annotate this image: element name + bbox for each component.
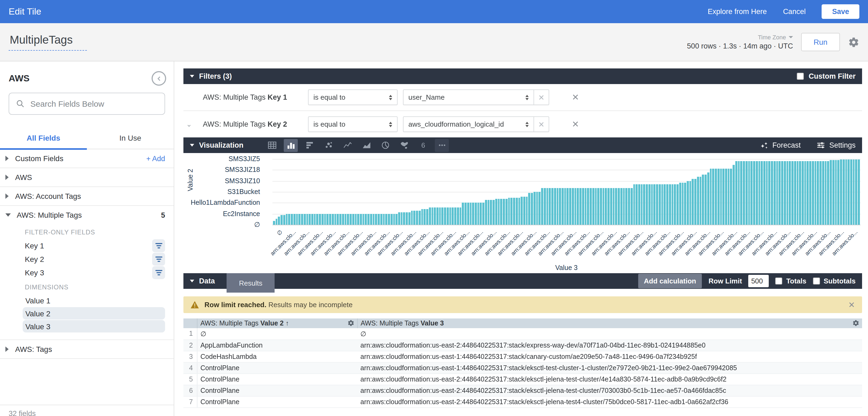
sidebar-section-aws-account-tags[interactable]: AWS: Account Tags	[0, 187, 174, 205]
remove-filter-icon[interactable]: ✕	[572, 119, 579, 129]
chart-bar[interactable]	[498, 199, 500, 225]
chart-bar[interactable]	[715, 169, 717, 225]
chart-bar[interactable]	[717, 169, 719, 225]
chart-bar[interactable]	[332, 214, 334, 225]
chart-bar[interactable]	[467, 202, 469, 225]
chart-bar[interactable]	[587, 188, 589, 225]
chart-bar[interactable]	[845, 160, 847, 225]
chart-bar[interactable]	[636, 184, 638, 225]
chart-bar[interactable]	[595, 188, 597, 225]
tab-all-fields[interactable]: All Fields	[0, 129, 87, 149]
sidebar-section-custom-fields[interactable]: Custom Fields + Add	[0, 149, 174, 168]
filter-by-field-icon[interactable]	[152, 239, 165, 252]
chart-bar[interactable]	[503, 199, 505, 225]
tab-in-use[interactable]: In Use	[87, 129, 174, 149]
viz-type-column-icon[interactable]	[284, 139, 298, 152]
table-row[interactable]: 4ControlPlanearn:aws:cloudformation:us-e…	[183, 362, 862, 374]
chart-bar[interactable]	[625, 188, 627, 225]
table-row[interactable]: 5ControlPlanearn:aws:cloudformation:us-e…	[183, 374, 862, 385]
chart-bar[interactable]	[666, 184, 668, 225]
chart-bar[interactable]	[684, 183, 686, 225]
row-limit-input[interactable]	[748, 275, 769, 287]
viz-type-single-value-icon[interactable]: 6	[416, 139, 430, 152]
chart-bar[interactable]	[694, 179, 696, 225]
chart-bar[interactable]	[723, 169, 724, 225]
column-header-value-3[interactable]: AWS: Multiple Tags Value 3	[357, 318, 862, 328]
chart-bar[interactable]	[763, 161, 765, 225]
chart-bar[interactable]	[651, 184, 653, 225]
chart-bar[interactable]	[827, 161, 829, 225]
chart-bar[interactable]	[771, 161, 773, 225]
chart-bar[interactable]	[671, 184, 673, 225]
chart-bar[interactable]	[299, 214, 301, 225]
chart-bar[interactable]	[814, 161, 816, 225]
chart-bar[interactable]	[485, 200, 487, 225]
chart-bar[interactable]	[406, 212, 408, 225]
chart-bar[interactable]	[638, 184, 640, 225]
chart-bar[interactable]	[577, 188, 579, 225]
chart-bar[interactable]	[792, 161, 793, 225]
chart-bar[interactable]	[549, 188, 551, 225]
filter-by-field-icon[interactable]	[152, 266, 165, 279]
chart-bar[interactable]	[375, 214, 377, 225]
chart-bar[interactable]	[370, 214, 372, 225]
chart-bar[interactable]	[761, 161, 763, 225]
visualization-panel-header[interactable]: Visualization 6 Forecast	[183, 137, 862, 153]
chart-bar[interactable]	[357, 214, 359, 225]
chart-bar[interactable]	[531, 193, 533, 225]
chart-bar[interactable]	[794, 161, 796, 225]
chart-bar[interactable]	[421, 209, 423, 225]
field-value-1[interactable]: Value 1	[23, 294, 165, 307]
filter-value-select[interactable]: aws_cloudformation_logical_id ✕	[403, 116, 549, 132]
chart-bar[interactable]	[539, 192, 540, 225]
chart-bar[interactable]	[618, 188, 620, 225]
viz-type-bar-icon[interactable]	[303, 139, 317, 152]
data-panel-header[interactable]: Data Results Add calculation Row Limit T…	[183, 273, 862, 289]
chart-bar[interactable]	[293, 214, 296, 225]
chart-bar[interactable]	[679, 183, 681, 225]
chart-bar[interactable]	[597, 188, 599, 225]
chart-bar[interactable]	[360, 214, 362, 225]
chart-bar[interactable]	[776, 161, 778, 225]
field-key-3[interactable]: Key 3	[0, 266, 174, 279]
chart-bar[interactable]	[710, 169, 712, 225]
chart-bar[interactable]	[424, 209, 426, 225]
chart-bar[interactable]	[510, 198, 513, 225]
chart-bar[interactable]	[301, 214, 303, 225]
chart-bar[interactable]	[556, 188, 558, 225]
chart-bar[interactable]	[641, 184, 643, 225]
cell-value-2[interactable]: ControlPlane	[197, 374, 357, 385]
filter-operator-select[interactable]: is equal to	[308, 116, 398, 132]
chevron-down-icon[interactable]: ⌄	[186, 120, 192, 128]
field-search-box[interactable]	[9, 93, 165, 115]
chart-bar[interactable]	[692, 179, 694, 225]
chart-bar[interactable]	[434, 207, 436, 225]
chart-bar[interactable]	[608, 188, 609, 225]
cell-value-2[interactable]: CodeHashLambda	[197, 351, 357, 362]
run-button[interactable]: Run	[801, 33, 840, 51]
chart-bar[interactable]	[830, 160, 832, 225]
dismiss-warning-icon[interactable]: ✕	[848, 300, 855, 310]
chart-bar[interactable]	[802, 161, 804, 225]
chart-bar[interactable]	[546, 188, 548, 225]
chart-bar[interactable]	[472, 202, 474, 225]
cell-value-2[interactable]: ControlPlane	[197, 396, 357, 407]
table-row[interactable]: 2AppLambdaFunctionarn:aws:cloudformation…	[183, 340, 862, 351]
table-row[interactable]: 1∅∅	[183, 328, 862, 340]
chart-bar[interactable]	[327, 214, 329, 225]
cell-value-3[interactable]: arn:aws:cloudformation:us-east-2:4486402…	[357, 374, 862, 385]
chart-bar[interactable]	[459, 207, 461, 225]
chart-bar[interactable]	[495, 199, 497, 225]
chart-bar[interactable]	[579, 188, 581, 225]
chart-bar[interactable]	[311, 214, 313, 225]
chart-bar[interactable]	[582, 188, 584, 225]
chart-bar[interactable]	[682, 183, 683, 225]
chart-bar[interactable]	[838, 160, 839, 225]
viz-type-map-icon[interactable]	[397, 139, 411, 152]
chart-bar[interactable]	[367, 214, 369, 225]
chart-bar[interactable]	[631, 188, 632, 225]
chart-bar[interactable]	[528, 193, 530, 225]
chart-bar[interactable]	[659, 184, 660, 225]
viz-type-table-icon[interactable]	[265, 139, 279, 152]
chart-bar[interactable]	[605, 188, 607, 225]
